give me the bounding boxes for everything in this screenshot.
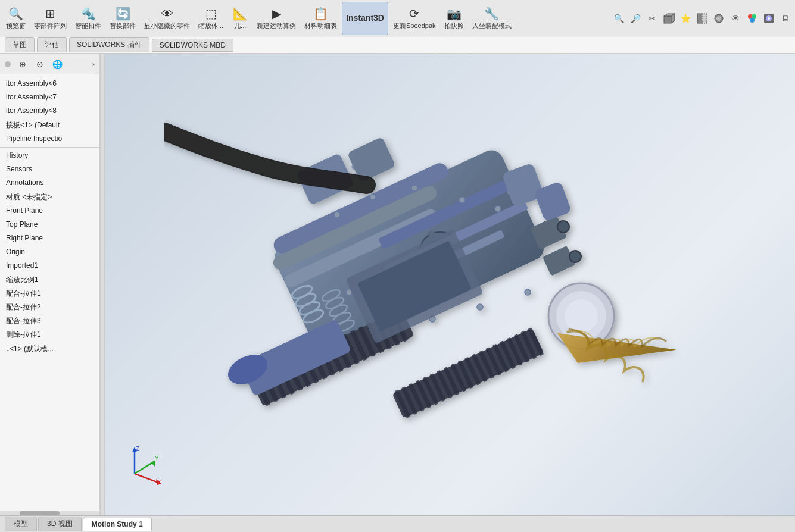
tree-item-4[interactable]: Pipeline Inspectio <box>0 132 99 146</box>
panel-more-btn[interactable]: › <box>90 58 97 70</box>
tree-item-mate1[interactable]: 配合-拉伸1 <box>0 287 99 301</box>
btn-replace-component[interactable]: 🔄 替换部件 <box>106 2 139 35</box>
main-area: ⊕ ⊙ 🌐 › itor Assembly<6 itor Assembly<7 … <box>0 54 795 515</box>
btn-instant3d[interactable]: Instant3D <box>342 2 388 35</box>
color-icon[interactable] <box>745 11 759 26</box>
tree-item-2[interactable]: itor Assembly<8 <box>0 104 99 118</box>
svg-point-91 <box>477 304 483 310</box>
toolbar-row2: 草图 评估 SOLIDWORKS 插件 SOLIDWORKS MBD <box>0 37 795 54</box>
btn-hide-parts[interactable]: 👁 显小隐藏的零件 <box>141 2 194 35</box>
svg-line-111 <box>135 462 154 474</box>
svg-rect-4 <box>702 14 707 23</box>
tab-plugins[interactable]: SOLIDWORKS 插件 <box>69 37 149 52</box>
tree-item-annotations[interactable]: Annotations <box>0 176 99 190</box>
zoom-icon[interactable]: 🔍 <box>612 11 626 26</box>
tab-evaluate[interactable]: 评估 <box>37 37 67 52</box>
array-icon: ⊞ <box>45 7 55 21</box>
machine-model <box>164 84 700 500</box>
svg-text:Z: Z <box>136 446 139 452</box>
scissors-icon[interactable]: ✂ <box>645 11 659 26</box>
tree-item-imported[interactable]: Imported1 <box>0 259 99 273</box>
svg-text:X: X <box>157 479 161 486</box>
tree-item-last[interactable]: ↓<1> (默认模... <box>0 342 99 356</box>
svg-point-64 <box>565 299 598 333</box>
zoom-fit-icon[interactable]: 🔎 <box>628 11 643 26</box>
tab-mbd[interactable]: SOLIDWORKS MBD <box>152 39 233 52</box>
panel-divider[interactable] <box>100 54 105 515</box>
fastener-icon: 🔩 <box>81 7 96 21</box>
btn-motion-study[interactable]: ▶ 新建运动算例 <box>253 2 300 35</box>
tab-sketch[interactable]: 草图 <box>5 37 35 52</box>
svg-point-6 <box>716 16 721 21</box>
preview-icon: 🔍 <box>8 7 23 21</box>
tree-item-scale[interactable]: 缩放比例1 <box>0 273 99 287</box>
panel-select-icon[interactable]: ⊕ <box>15 57 30 72</box>
svg-point-9 <box>750 18 755 23</box>
btn-bom[interactable]: 📋 材料明细表 <box>301 2 341 35</box>
svg-point-84 <box>370 194 376 200</box>
view-cube-icon[interactable] <box>662 11 676 26</box>
svg-point-85 <box>411 185 417 191</box>
tree-item-origin[interactable]: Origin <box>0 245 99 259</box>
svg-line-108 <box>135 474 158 483</box>
btn-component-array[interactable]: ⊞ 零部件阵列 <box>30 2 70 35</box>
tree-item-mate2[interactable]: 配合-拉伸2 <box>0 301 99 314</box>
star-icon[interactable]: ⭐ <box>678 11 693 26</box>
svg-point-12 <box>768 17 770 20</box>
axis-indicator: Z X Y <box>123 444 158 480</box>
tree-item-1[interactable]: itor Assembly<7 <box>0 90 99 104</box>
speedpak-icon: ⟳ <box>409 7 419 21</box>
monitor-icon[interactable]: 🖥 <box>778 11 793 26</box>
feature-tree: itor Assembly<6 itor Assembly<7 itor Ass… <box>0 74 99 511</box>
svg-point-86 <box>459 197 465 203</box>
motion-icon: ▶ <box>272 7 281 21</box>
left-panel: ⊕ ⊙ 🌐 › itor Assembly<6 itor Assembly<7 … <box>0 54 100 515</box>
bom-icon: 📋 <box>313 7 328 21</box>
btn-smart-fastener[interactable]: 🔩 智能扣件 <box>71 2 105 35</box>
replace-icon: 🔄 <box>116 7 130 21</box>
status-bar: 模型 3D 视图 Motion Study 1 <box>0 515 795 532</box>
bottom-tab-model[interactable]: 模型 <box>5 517 37 531</box>
right-toolbar: 🔍 🔎 ✂ ⭐ <box>612 11 793 26</box>
tree-item-front-plane[interactable]: Front Plane <box>0 204 99 218</box>
tree-item-3[interactable]: 接板<1> (Default <box>0 118 99 132</box>
tree-item-top-plane[interactable]: Top Plane <box>0 218 99 231</box>
tree-item-mate3[interactable]: 配合-拉伸3 <box>0 314 99 328</box>
tree-item-sensors[interactable]: Sensors <box>0 162 99 176</box>
svg-point-95 <box>557 221 569 233</box>
instant3d-icon: Instant3D <box>346 13 384 23</box>
btn-speedpak[interactable]: ⟳ 更新Speedpak <box>389 2 439 35</box>
assembly-mode-icon: 🔧 <box>484 7 499 21</box>
btn-geo[interactable]: 📐 几... <box>228 2 252 35</box>
svg-point-92 <box>525 289 531 295</box>
panel-indicator <box>5 61 11 67</box>
btn-scale-body[interactable]: ⬚ 缩放体... <box>195 2 227 35</box>
panel-center-icon[interactable]: ⊙ <box>32 57 48 72</box>
tree-item-0[interactable]: itor Assembly<6 <box>0 77 99 90</box>
bottom-tab-motion-study[interactable]: Motion Study 1 <box>83 518 152 531</box>
panel-toolbar: ⊕ ⊙ 🌐 › <box>0 54 99 74</box>
btn-preview[interactable]: 🔍 预览窗 <box>2 2 29 35</box>
realview-icon[interactable] <box>762 11 776 26</box>
tree-item-delete1[interactable]: 删除-拉伸1 <box>0 328 99 342</box>
panel-globe-icon[interactable]: 🌐 <box>49 57 65 72</box>
svg-text:Y: Y <box>155 455 159 462</box>
tree-item-material[interactable]: 材质 <未指定> <box>0 190 99 204</box>
svg-rect-0 <box>664 16 671 23</box>
appearance-icon[interactable]: 👁 <box>728 11 743 26</box>
scale-icon: ⬚ <box>205 7 217 21</box>
viewport-3d[interactable]: Z X Y <box>105 54 795 515</box>
tree-separator-1 <box>0 147 99 148</box>
svg-point-96 <box>569 251 581 262</box>
tree-item-right-plane[interactable]: Right Plane <box>0 231 99 245</box>
geo-icon: 📐 <box>233 7 248 21</box>
hide-icon: 👁 <box>161 7 173 21</box>
section-view-icon[interactable] <box>695 11 709 26</box>
snapshot-icon: 📷 <box>447 7 462 21</box>
display-style-icon[interactable] <box>712 11 726 26</box>
bottom-tab-3d-view[interactable]: 3D 视图 <box>38 517 82 531</box>
btn-snapshot[interactable]: 📷 拍快照 <box>441 2 467 35</box>
btn-assembly-mode[interactable]: 🔧 入坐装配模式 <box>469 2 515 35</box>
svg-point-83 <box>334 212 340 218</box>
tree-item-history[interactable]: History <box>0 149 99 162</box>
